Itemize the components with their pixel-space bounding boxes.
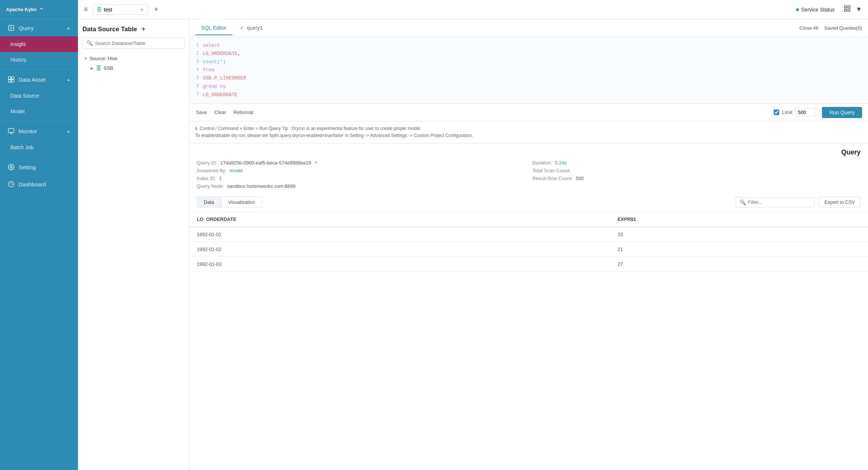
duration-label: Duration: bbox=[532, 160, 552, 166]
saved-queries-button[interactable]: Saved Queries(0) bbox=[824, 25, 862, 31]
divider bbox=[0, 69, 78, 69]
sidebar-item-history[interactable]: History bbox=[0, 52, 78, 68]
clear-button[interactable]: Clear bbox=[214, 108, 227, 117]
reformat-button[interactable]: Reformat bbox=[233, 108, 254, 117]
project-dropdown-icon: ▼ bbox=[140, 7, 144, 12]
collapse-button[interactable]: ≡ bbox=[84, 6, 88, 13]
sidebar-item-query[interactable]: Query ▲ bbox=[0, 19, 78, 36]
svg-point-11 bbox=[10, 166, 12, 168]
sidebar-item-insight-label: Insight bbox=[10, 41, 26, 47]
app-logo: Apache Kylin ™ bbox=[0, 0, 78, 19]
tree-source-hive[interactable]: ▼ Source: Hive bbox=[82, 54, 185, 63]
query-id-row: Query ID: 174a925b-0900-eaf5-beca-574e99… bbox=[197, 160, 525, 166]
query-icon bbox=[7, 24, 15, 32]
sidebar-item-batch-job[interactable]: Batch Job bbox=[0, 140, 78, 155]
info-tip2: To enable/disable dry run, please set 'k… bbox=[195, 133, 473, 138]
tree-ssb[interactable]: ▶ 🗄 SSB bbox=[82, 63, 185, 73]
query-result-title: Query bbox=[841, 148, 861, 156]
info-tip: Control / Command + Enter = Run Query Ti… bbox=[200, 126, 421, 131]
tab-query1-label: query1 bbox=[247, 25, 263, 31]
sidebar-item-setting-label: Setting bbox=[19, 164, 36, 170]
run-query-button[interactable]: Run Query bbox=[822, 107, 862, 118]
tab-actions: Close All Saved Queries(0) bbox=[800, 25, 862, 31]
ssb-label: SSB bbox=[104, 65, 113, 71]
sql-editor[interactable]: 1 select 2 LO_ORDERDATE, 3 count(*) 4 fr… bbox=[189, 37, 868, 104]
svg-rect-5 bbox=[12, 77, 14, 79]
add-data-source-button[interactable]: + bbox=[141, 25, 146, 33]
setting-icon bbox=[7, 163, 15, 171]
sidebar-item-monitor[interactable]: Monitor ▲ bbox=[0, 123, 78, 140]
sidebar-item-insight[interactable]: Insight bbox=[0, 36, 78, 52]
tab-query1[interactable]: ✓ query1 bbox=[234, 21, 269, 36]
sidebar: Apache Kylin ™ Query ▲ Insight History D… bbox=[0, 0, 78, 470]
svg-rect-14 bbox=[848, 6, 850, 8]
dashboard-icon bbox=[7, 180, 15, 188]
visualization-tab-button[interactable]: Visualization bbox=[221, 196, 262, 208]
monitor-chevron-icon: ▲ bbox=[66, 129, 71, 133]
sidebar-item-query-label: Query bbox=[19, 25, 34, 31]
add-tab-button[interactable]: + bbox=[151, 4, 161, 15]
save-button[interactable]: Save bbox=[195, 108, 208, 117]
sidebar-item-data-asset[interactable]: Data Asset ▲ bbox=[0, 71, 78, 88]
query-id-value: 174a925b-0900-eaf5-beca-574e9988ea19 bbox=[221, 160, 311, 166]
sidebar-item-data-source[interactable]: Data Source bbox=[0, 88, 78, 104]
divider2 bbox=[0, 121, 78, 121]
service-status: Service Status bbox=[796, 7, 835, 13]
left-panel: Data Source Table + 🔍 ▼ Source: Hive ▶ 🗄… bbox=[78, 19, 189, 470]
external-link-icon[interactable]: ↗ bbox=[314, 160, 317, 165]
result-row-count-row: Result Row Count: 500 bbox=[532, 176, 861, 181]
answered-by-label: Answered By: bbox=[197, 168, 226, 173]
data-tab-button[interactable]: Data bbox=[197, 196, 221, 208]
index-id-row: Index ID: 1 bbox=[197, 176, 525, 181]
export-csv-button[interactable]: Export to CSV bbox=[819, 197, 861, 208]
limit-input[interactable] bbox=[795, 108, 816, 117]
project-name: test bbox=[104, 7, 112, 13]
search-input[interactable] bbox=[95, 40, 180, 46]
query-node-label: Query Node: bbox=[197, 183, 224, 189]
code-line-1: 1 select bbox=[189, 42, 868, 50]
project-select[interactable]: 🗄 test ▼ bbox=[92, 4, 148, 15]
duration-value: 0.24s bbox=[555, 160, 567, 166]
code-line-4: 4 from bbox=[189, 66, 868, 74]
svg-rect-4 bbox=[9, 77, 11, 79]
hive-label: Source: Hive bbox=[90, 56, 117, 61]
table-row: 1992-01-0221 bbox=[189, 242, 868, 257]
total-scan-row: Total Scan Count: bbox=[532, 168, 861, 173]
tab-sql-editor[interactable]: SQL Editor bbox=[195, 21, 232, 35]
query-id-label: Query ID: bbox=[197, 160, 218, 166]
data-source-table-title: Data Source Table + bbox=[82, 25, 185, 33]
limit-checkbox[interactable] bbox=[774, 110, 779, 115]
sidebar-item-history-label: History bbox=[10, 57, 27, 63]
filter-input[interactable] bbox=[748, 199, 810, 205]
notification-icon[interactable] bbox=[843, 5, 851, 14]
answered-by-value[interactable]: model bbox=[229, 168, 242, 173]
code-lines: 1 select 2 LO_ORDERDATE, 3 count(*) 4 fr… bbox=[189, 37, 868, 104]
service-status-label: Service Status bbox=[801, 7, 835, 13]
cell-lo-orderdate: 1992-01-02 bbox=[189, 242, 610, 257]
right-panel: SQL Editor ✓ query1 Close All Saved Quer… bbox=[189, 19, 868, 470]
sidebar-item-monitor-label: Monitor bbox=[19, 128, 37, 134]
info-icon: ℹ bbox=[195, 126, 197, 131]
svg-rect-6 bbox=[9, 80, 11, 82]
expand-icon[interactable]: ▼ bbox=[855, 6, 862, 13]
cell-lo-orderdate: 1992-01-03 bbox=[189, 257, 610, 272]
svg-rect-7 bbox=[12, 80, 14, 82]
col-lo-orderdate: LO_ORDERDATE bbox=[189, 212, 610, 227]
tree-collapse-icon: ▼ bbox=[84, 56, 88, 61]
sidebar-item-setting[interactable]: Setting bbox=[0, 159, 78, 176]
sidebar-item-dashboard[interactable]: Dashboard bbox=[0, 176, 78, 193]
info-bar: ℹ Control / Command + Enter = Run Query … bbox=[189, 121, 868, 143]
ssb-db-icon: 🗄 bbox=[96, 65, 101, 71]
filter-box[interactable]: 🔍 bbox=[735, 197, 815, 208]
search-icon: 🔍 bbox=[87, 40, 93, 46]
result-row-label: Result Row Count: bbox=[532, 176, 572, 181]
editor-toolbar: Save Clear Reformat Limit Run Query bbox=[189, 104, 868, 121]
search-box[interactable]: 🔍 bbox=[82, 37, 185, 49]
table-row: 1992-01-0327 bbox=[189, 257, 868, 272]
index-id-value[interactable]: 1 bbox=[219, 176, 222, 181]
cell-expr1: 33 bbox=[610, 227, 868, 242]
close-all-button[interactable]: Close All bbox=[800, 25, 819, 31]
code-line-3: 3 count(*) bbox=[189, 58, 868, 66]
sidebar-item-model[interactable]: Model bbox=[0, 104, 78, 119]
tab-sql-editor-label: SQL Editor bbox=[201, 25, 226, 31]
